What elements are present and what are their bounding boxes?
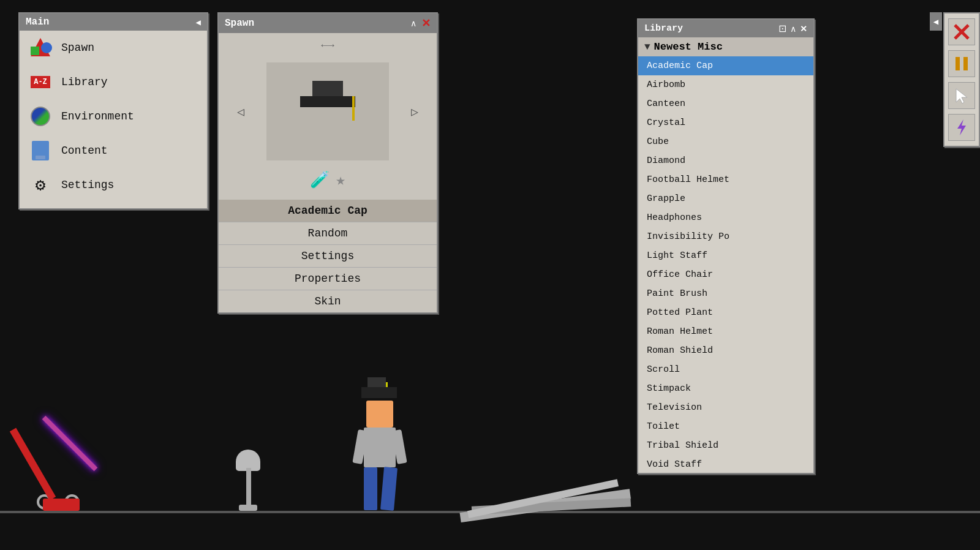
library-item-invisibility-po[interactable]: Invisibility Po xyxy=(638,227,813,246)
sidebar-settings-label: Settings xyxy=(61,179,114,191)
sword-prop xyxy=(42,416,98,472)
toolbar-pause-btn[interactable] xyxy=(948,50,975,77)
library-item-headphones[interactable]: Headphones xyxy=(638,208,813,227)
library-minimize-btn[interactable]: ∧ xyxy=(790,24,796,34)
toolbar-cursor-btn[interactable] xyxy=(948,82,975,109)
library-close-btn[interactable]: ✕ xyxy=(800,24,807,34)
library-item-office-chair[interactable]: Office Chair xyxy=(638,265,813,284)
library-window-icon[interactable]: ⊡ xyxy=(778,23,786,34)
spawn-titlebar-buttons: ∧ ✕ xyxy=(410,17,431,30)
sidebar-spawn-label: Spawn xyxy=(61,42,94,54)
spawn-icon xyxy=(28,36,53,60)
spawn-prev-arrow[interactable]: ◁ xyxy=(225,104,257,119)
toolbar-close-btn[interactable] xyxy=(948,18,975,45)
library-title: Library xyxy=(644,23,683,34)
sidebar-item-environment[interactable]: Environment xyxy=(20,99,207,134)
library-item-roman-helmet[interactable]: Roman Helmet xyxy=(638,322,813,341)
library-item-toilet[interactable]: Toilet xyxy=(638,417,813,436)
spawn-panel-titlebar: Spawn ∧ ✕ xyxy=(219,13,437,33)
main-panel: Main ◀ Spawn A-Z Library Environment xyxy=(18,12,208,209)
svg-marker-9 xyxy=(956,89,967,104)
library-category: Newest Misc xyxy=(654,41,723,53)
char-body xyxy=(364,428,396,467)
preview-cap-board xyxy=(300,96,355,107)
spawn-minimize-btn[interactable]: ∧ xyxy=(410,17,417,30)
spawn-menu-item-random[interactable]: Random xyxy=(219,222,437,244)
spawn-menu-item-settings[interactable]: Settings xyxy=(219,244,437,267)
library-list: Academic CapAirbombCanteenCrystalCubeDia… xyxy=(638,56,813,473)
sidebar-library-label: Library xyxy=(61,76,108,88)
library-item-tribal-shield[interactable]: Tribal Shield xyxy=(638,436,813,455)
library-item-stimpack[interactable]: Stimpack xyxy=(638,379,813,398)
svg-rect-7 xyxy=(956,57,960,70)
character xyxy=(355,401,404,511)
library-item-paint-brush[interactable]: Paint Brush xyxy=(638,284,813,303)
library-item-crystal[interactable]: Crystal xyxy=(638,113,813,132)
spawn-content: ←→ ◁ ▷ 🧪 ★ xyxy=(219,33,437,200)
star-icon: ★ xyxy=(336,170,345,190)
crane-arm xyxy=(10,428,56,500)
sidebar-item-library[interactable]: A-Z Library xyxy=(20,65,207,99)
library-list-container[interactable]: Academic CapAirbombCanteenCrystalCubeDia… xyxy=(638,56,813,473)
fan-prop xyxy=(233,450,263,511)
toolbar-lightning-btn[interactable] xyxy=(948,114,975,141)
library-item-academic-cap[interactable]: Academic Cap xyxy=(638,56,813,75)
spawn-menu: Academic Cap Random Settings Properties … xyxy=(219,200,437,312)
library-item-diamond[interactable]: Diamond xyxy=(638,151,813,170)
preview-cap-tassel xyxy=(352,96,355,121)
library-item-football-helmet[interactable]: Football Helmet xyxy=(638,170,813,189)
svg-point-2 xyxy=(41,42,52,53)
library-item-void-staff[interactable]: Void Staff xyxy=(638,455,813,473)
char-leg-left xyxy=(364,467,377,510)
library-icon: A-Z xyxy=(28,70,53,94)
library-item-television[interactable]: Television xyxy=(638,398,813,417)
library-item-cube[interactable]: Cube xyxy=(638,132,813,151)
settings-icon: ⚙ xyxy=(28,173,53,197)
spawn-panel-title: Spawn xyxy=(225,18,254,29)
char-leg-right xyxy=(380,467,398,511)
library-collapse-icon: ▼ xyxy=(644,42,650,53)
library-item-grapple[interactable]: Grapple xyxy=(638,189,813,208)
library-item-roman-shield[interactable]: Roman Shield xyxy=(638,341,813,360)
left-prop xyxy=(24,388,147,511)
main-panel-titlebar: Main ◀ xyxy=(20,13,207,31)
sidebar-item-settings[interactable]: ⚙ Settings xyxy=(20,168,207,202)
fan-base xyxy=(239,505,257,511)
spawn-panel: Spawn ∧ ✕ ←→ ◁ ▷ 🧪 ★ Academic Cap Ran xyxy=(217,12,438,314)
main-panel-collapse[interactable]: ◀ xyxy=(196,17,201,28)
sidebar-item-spawn[interactable]: Spawn xyxy=(20,31,207,65)
library-item-potted-plant[interactable]: Potted Plant xyxy=(638,303,813,322)
svg-rect-8 xyxy=(963,57,968,70)
spawn-preview xyxy=(266,62,389,160)
content-icon xyxy=(28,138,53,163)
spawn-next-arrow[interactable]: ▷ xyxy=(399,104,431,119)
nav-horiz-arrows: ←→ xyxy=(321,39,334,51)
right-toolbar-collapse[interactable]: ◀ xyxy=(930,12,942,31)
right-toolbar xyxy=(943,12,980,147)
svg-marker-10 xyxy=(957,119,966,135)
environment-icon xyxy=(28,104,53,129)
spawn-menu-item-skin[interactable]: Skin xyxy=(219,290,437,312)
char-head xyxy=(366,401,393,428)
spawn-menu-item-properties[interactable]: Properties xyxy=(219,267,437,290)
crane-base xyxy=(43,499,80,511)
svg-rect-4 xyxy=(36,156,45,159)
spawn-icons-row: 🧪 ★ xyxy=(310,170,345,190)
library-item-scroll[interactable]: Scroll xyxy=(638,360,813,379)
spawn-close-btn[interactable]: ✕ xyxy=(421,17,431,30)
library-item-airbomb[interactable]: Airbomb xyxy=(638,75,813,94)
library-header-row: ▼ Newest Misc xyxy=(638,37,813,56)
ramp-prop xyxy=(459,437,643,511)
library-titlebar: Library ⊡ ∧ ✕ xyxy=(638,20,813,37)
sidebar-item-content[interactable]: Content xyxy=(20,134,207,168)
fan-pole xyxy=(246,468,251,505)
spawn-nav-bar: ←→ xyxy=(225,39,431,51)
char-hat xyxy=(361,387,397,398)
spawn-menu-item-selected[interactable]: Academic Cap xyxy=(219,200,437,222)
preview-cap-top xyxy=(312,81,343,98)
library-item-canteen[interactable]: Canteen xyxy=(638,94,813,113)
library-panel: Library ⊡ ∧ ✕ ▼ Newest Misc Academic Cap… xyxy=(637,18,815,474)
library-content: ▼ Newest Misc Academic CapAirbombCanteen… xyxy=(638,37,813,473)
svg-rect-1 xyxy=(31,47,39,55)
library-item-light-staff[interactable]: Light Staff xyxy=(638,246,813,265)
